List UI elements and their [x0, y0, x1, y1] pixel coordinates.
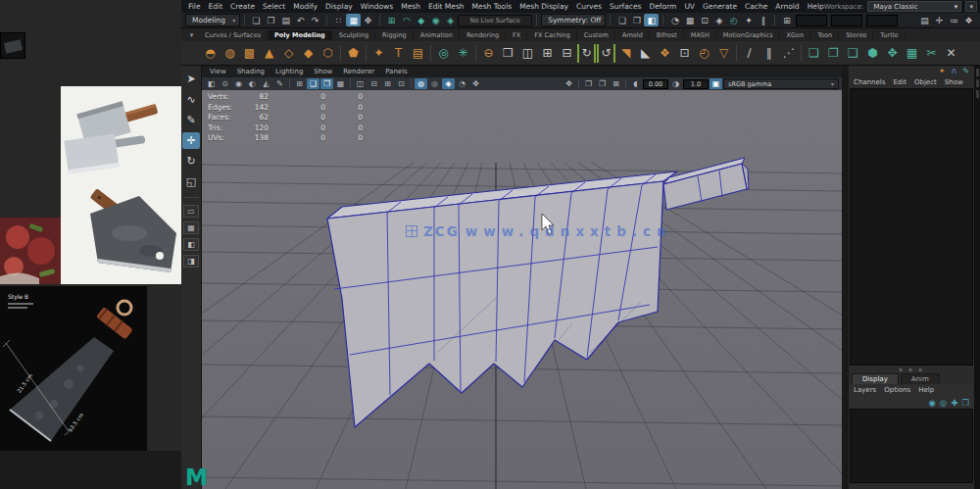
channel-box-menu-edit[interactable]: Edit	[893, 78, 906, 86]
screen-space-ao-icon[interactable]: ⊞	[381, 78, 394, 89]
color-management-icon[interactable]: ▣	[710, 78, 722, 89]
menu-uv[interactable]: UV	[684, 2, 695, 11]
layer-visibility-icon[interactable]: ◉	[928, 398, 935, 408]
shelf-tab-toon[interactable]: Toon	[811, 30, 839, 40]
menu-windows[interactable]: Windows	[361, 2, 393, 11]
snap-center-icon[interactable]: ◉	[428, 14, 443, 26]
multisample-icon[interactable]: ◍	[415, 78, 427, 89]
hypershade-icon[interactable]: ◴	[726, 14, 741, 26]
absolute-transform-icon[interactable]: ⊞	[779, 14, 794, 26]
reference-spec-card[interactable]: Style B 21.5 cm 13.5 cm	[0, 286, 147, 451]
scale-tool[interactable]: ◱	[182, 173, 200, 190]
menu-display[interactable]: Display	[325, 2, 353, 11]
layout-two-pane-button[interactable]: ◧	[183, 238, 199, 251]
shelf-tab-turtle[interactable]: Turtle	[874, 30, 905, 40]
panel-menu-panels[interactable]: Panels	[385, 68, 408, 75]
panel-menu-lighting[interactable]: Lighting	[275, 68, 303, 75]
boolean-union-icon[interactable]: ⊞	[538, 43, 557, 63]
menu-arnold[interactable]: Arnold	[775, 2, 799, 11]
new-empty-layer-icon[interactable]: ✚	[951, 398, 957, 408]
coordinate-field-y[interactable]	[831, 15, 862, 26]
poly-cube-icon[interactable]: ▩	[240, 43, 259, 63]
menu-cache[interactable]: Cache	[745, 2, 767, 11]
mirror-x-icon[interactable]: ↻	[577, 44, 596, 63]
shelf-tab-curves-surfaces[interactable]: Curves / Surfaces	[199, 30, 268, 40]
ipr-render-icon[interactable]: ⊡	[697, 14, 711, 26]
shelf-tab-mash[interactable]: MASH	[685, 30, 716, 40]
grab-brush-icon[interactable]: ❑	[844, 43, 862, 63]
gpu-cache-icon[interactable]: ⊠	[610, 78, 622, 89]
layer-menu-options[interactable]: Options	[884, 386, 910, 394]
undo-icon[interactable]: ↶	[293, 14, 308, 26]
tool-settings-icon[interactable]: ≔	[947, 14, 961, 26]
shelf-tab-poly-modeling[interactable]: Poly Modeling	[269, 30, 332, 40]
shelf-tab-motiongraphics[interactable]: MotionGraphics	[717, 30, 780, 40]
select-camera-icon[interactable]: ◧	[205, 78, 218, 89]
move-tool[interactable]: ✛	[182, 132, 200, 149]
poly-disc-icon[interactable]: ⬡	[318, 43, 337, 63]
shelf-tab-bifrost[interactable]: Bifrost	[651, 30, 684, 40]
fill-hole-icon[interactable]: ⊡	[675, 43, 694, 63]
channel-box-menu-show[interactable]: Show	[945, 78, 963, 86]
layer-menu-help[interactable]: Help	[918, 386, 934, 394]
layer-tab-anim[interactable]: Anim	[901, 373, 940, 384]
platonic-solid-icon[interactable]: ⬟	[344, 43, 363, 63]
remesh-icon[interactable]: ▦	[903, 43, 921, 63]
relax-brush-icon[interactable]: ❐	[824, 43, 843, 63]
character-set-icon[interactable]: ✦	[939, 68, 946, 75]
joints-xray-icon[interactable]: ✥	[469, 78, 482, 89]
sidebar-collapsed-strip[interactable]	[974, 66, 980, 489]
shelf-tab-custom[interactable]: Custom	[578, 30, 615, 40]
isolate-select-icon[interactable]: ◈	[442, 78, 455, 89]
textured-icon[interactable]: ▦	[334, 78, 347, 89]
menu-surfaces[interactable]: Surfaces	[610, 2, 641, 11]
menu-generate[interactable]: Generate	[703, 2, 737, 11]
shelf-tab-fx[interactable]: FX	[507, 30, 527, 40]
edit-attributes-icon[interactable]: ✎	[962, 68, 969, 75]
shadows-icon[interactable]: ⊟	[368, 78, 380, 89]
snap-point-icon[interactable]: ◆	[414, 14, 428, 26]
shelf-menu-icon[interactable]: ▾	[185, 31, 198, 39]
menu-set-select[interactable]: Modeling ▾	[185, 14, 240, 26]
menu-create[interactable]: Create	[230, 2, 255, 11]
snap-curve-icon[interactable]: ◠	[399, 14, 414, 26]
coordinate-field-z[interactable]	[866, 15, 898, 26]
grease-pencil-icon[interactable]: ⊞	[293, 78, 306, 89]
layer-menu-layers[interactable]: Layers	[854, 386, 876, 394]
save-scene-icon[interactable]: ▤	[278, 14, 293, 26]
render-view-icon[interactable]: ◔	[667, 14, 682, 26]
workspace-options-button[interactable]: ▾	[965, 1, 977, 12]
cut-geometry-icon[interactable]: ✂	[922, 43, 941, 63]
panel-menu-show[interactable]: Show	[314, 68, 332, 75]
make-live-icon[interactable]: ◎	[434, 43, 453, 63]
camera-attributes-icon[interactable]: ◉	[232, 78, 245, 89]
open-scene-icon[interactable]: ❐	[264, 14, 278, 26]
pose-brush-icon[interactable]: ✥	[883, 43, 902, 63]
extract-icon[interactable]: ◫	[518, 43, 537, 63]
menu-file[interactable]: File	[188, 2, 201, 11]
snap-plane-icon[interactable]: ◈	[443, 14, 458, 26]
layer-playback-icon[interactable]: ◎	[940, 398, 947, 408]
lasso-select-tool[interactable]: ∿	[182, 91, 200, 108]
reference-thumbnail[interactable]	[0, 32, 25, 59]
select-tool[interactable]: ➤	[182, 71, 200, 87]
shelf-tab-xgen[interactable]: XGen	[781, 30, 811, 40]
anim-layer-icon[interactable]: ∩	[951, 68, 956, 75]
select-component-icon[interactable]: ✥	[361, 14, 375, 26]
new-layer-selected-icon[interactable]: ❒	[961, 398, 969, 408]
shelf-tab-rigging[interactable]: Rigging	[376, 30, 414, 40]
boolean-difference-icon[interactable]: ⊟	[558, 43, 576, 63]
separate-selection-icon[interactable]: ✥	[563, 78, 575, 89]
sweep-mesh-icon[interactable]: ✳	[454, 43, 472, 63]
menu-help[interactable]: Help	[808, 2, 824, 11]
gamma-field[interactable]: 1.0	[683, 79, 709, 89]
layer-list[interactable]	[850, 409, 973, 483]
wireframe-icon[interactable]: ❏	[307, 78, 319, 89]
exposure-field[interactable]: 0.00	[643, 79, 668, 89]
menu-select[interactable]: Select	[263, 2, 285, 11]
bridge-icon[interactable]: ❖	[656, 43, 674, 63]
modeling-toolkit-icon[interactable]: ▤	[917, 14, 932, 26]
multi-cut-icon[interactable]: ∕	[740, 43, 759, 63]
menu-mesh-display[interactable]: Mesh Display	[519, 2, 568, 11]
shelf-tab-rendering[interactable]: Rendering	[461, 30, 506, 40]
